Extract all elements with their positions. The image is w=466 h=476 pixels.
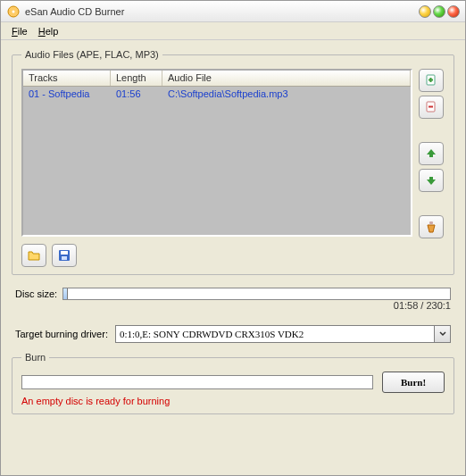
close-button[interactable] xyxy=(447,5,460,18)
target-driver-row: Target burning driver: 0:1:0,E: SONY CDR… xyxy=(15,325,451,343)
target-driver-select[interactable]: 0:1:0,E: SONY CDRWDVD CRX310S VDK2 xyxy=(115,325,451,343)
remove-file-button[interactable] xyxy=(419,96,444,119)
table-body: 01 - Softpedia 01:56 C:\Softpedia\Softpe… xyxy=(23,87,411,235)
move-up-button[interactable] xyxy=(419,142,444,165)
col-length[interactable]: Length xyxy=(111,71,162,86)
burn-progress xyxy=(21,375,373,389)
folder-buttons xyxy=(21,244,445,267)
svg-rect-6 xyxy=(429,221,433,224)
cell-file: C:\Softpedia\Softpedia.mp3 xyxy=(162,88,411,100)
save-icon xyxy=(57,248,71,263)
target-driver-value: 0:1:0,E: SONY CDRWDVD CRX310S VDK2 xyxy=(115,325,435,343)
open-folder-icon xyxy=(27,248,41,263)
cell-length: 01:56 xyxy=(111,88,162,100)
open-folder-button[interactable] xyxy=(21,244,46,267)
maximize-button[interactable] xyxy=(433,5,445,18)
window-controls xyxy=(419,5,460,18)
add-file-button[interactable] xyxy=(419,69,444,92)
menu-help[interactable]: Help xyxy=(35,24,62,38)
clear-list-icon xyxy=(424,220,438,234)
menu-file[interactable]: File xyxy=(8,24,31,38)
disc-size-progress xyxy=(62,288,451,300)
app-window: eSan Audio CD Burner File Help Audio Fil… xyxy=(0,0,466,476)
disc-size-text: 01:58 / 230:1 xyxy=(12,300,451,311)
cell-tracks: 01 - Softpedia xyxy=(23,88,111,100)
svg-rect-9 xyxy=(62,256,67,260)
table-header: Tracks Length Audio File xyxy=(23,71,411,87)
chevron-down-icon xyxy=(439,330,446,338)
target-driver-label: Target burning driver: xyxy=(15,329,108,339)
audio-files-group: Audio Files (APE, FLAC, MP3) Tracks Leng… xyxy=(12,49,454,275)
disc-size-row: Disc size: xyxy=(15,288,451,300)
window-title: eSan Audio CD Burner xyxy=(25,6,419,17)
menubar: File Help xyxy=(1,22,465,40)
client-area: Audio Files (APE, FLAC, MP3) Tracks Leng… xyxy=(1,40,465,475)
svg-point-1 xyxy=(12,10,15,13)
minimize-button[interactable] xyxy=(419,5,431,18)
col-audio-file[interactable]: Audio File xyxy=(162,71,411,86)
side-buttons xyxy=(418,69,445,238)
burn-status: An empty disc is ready for burning xyxy=(21,396,445,406)
add-file-icon xyxy=(424,73,438,88)
save-button[interactable] xyxy=(52,244,77,267)
move-down-button[interactable] xyxy=(419,169,444,192)
col-tracks[interactable]: Tracks xyxy=(23,71,111,86)
svg-rect-4 xyxy=(429,154,433,157)
disc-size-fill xyxy=(63,288,68,299)
titlebar: eSan Audio CD Burner xyxy=(1,1,465,22)
table-row[interactable]: 01 - Softpedia 01:56 C:\Softpedia\Softpe… xyxy=(23,87,411,101)
burn-group: Burn Burn! An empty disc is ready for bu… xyxy=(12,352,454,414)
remove-file-icon xyxy=(424,100,438,114)
dropdown-button[interactable] xyxy=(435,325,451,343)
app-icon xyxy=(6,4,21,19)
move-down-icon xyxy=(424,173,438,188)
audio-files-legend: Audio Files (APE, FLAC, MP3) xyxy=(21,49,162,60)
clear-list-button[interactable] xyxy=(419,215,444,238)
audio-files-table[interactable]: Tracks Length Audio File 01 - Softpedia … xyxy=(21,69,412,237)
svg-rect-5 xyxy=(429,177,433,180)
move-up-icon xyxy=(424,146,438,161)
burn-button[interactable]: Burn! xyxy=(382,372,445,393)
disc-size-label: Disc size: xyxy=(15,288,57,299)
svg-rect-8 xyxy=(61,251,68,255)
burn-legend: Burn xyxy=(21,352,49,363)
